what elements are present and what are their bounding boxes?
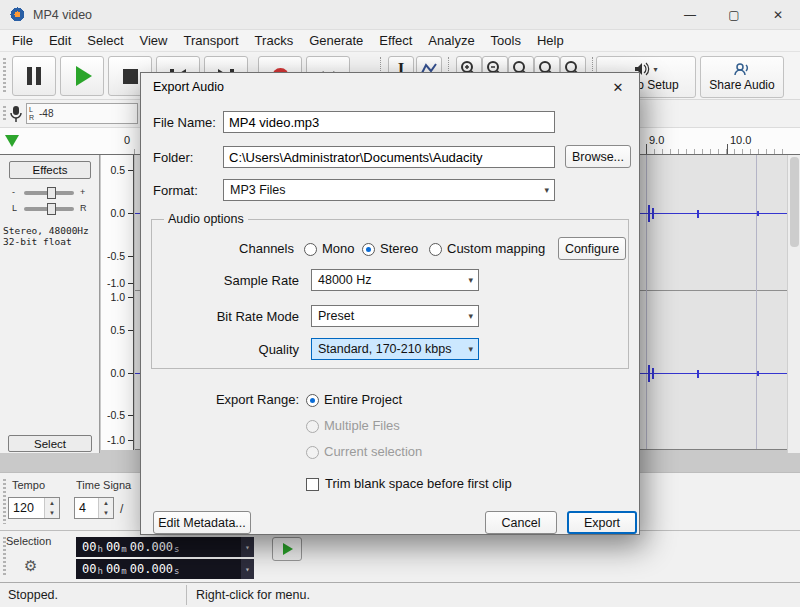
- pan-slider[interactable]: [24, 207, 74, 211]
- menu-file[interactable]: File: [4, 30, 41, 51]
- dropdown-arrow-icon: ▾: [468, 311, 473, 321]
- unit-s: s: [174, 566, 179, 576]
- track-format-info: Stereo, 48000Hz 32-bit float: [3, 225, 89, 247]
- dropdown-arrow-icon: ▾: [468, 344, 473, 354]
- menu-analyze[interactable]: Analyze: [420, 30, 482, 51]
- spin-up-icon[interactable]: ▲: [45, 498, 59, 508]
- gain-slider-thumb[interactable]: [47, 187, 56, 199]
- stop-icon: [123, 69, 138, 84]
- scrollbar-thumb[interactable]: [790, 157, 799, 247]
- time-format-dropdown-icon[interactable]: ▾: [241, 559, 254, 579]
- toolbar-grip[interactable]: [3, 106, 6, 121]
- menu-transport[interactable]: Transport: [175, 30, 246, 51]
- quality-select[interactable]: Standard, 170-210 kbps ▾: [311, 338, 479, 360]
- radio-entire-project-label[interactable]: Entire Project: [324, 392, 402, 407]
- folder-input[interactable]: [223, 146, 555, 168]
- menu-tracks[interactable]: Tracks: [247, 30, 302, 51]
- play-button[interactable]: [60, 56, 104, 96]
- time-signature-spinner[interactable]: 4 ▲▼: [74, 497, 114, 519]
- scale-label: 0.0: [101, 367, 125, 379]
- tempo-label: Tempo: [12, 479, 45, 491]
- pause-button[interactable]: [12, 56, 56, 96]
- quality-value: Standard, 170-210 kbps: [318, 342, 451, 356]
- browse-button[interactable]: Browse...: [565, 145, 631, 168]
- pan-slider-thumb[interactable]: [47, 203, 56, 215]
- menu-generate[interactable]: Generate: [301, 30, 371, 51]
- selection-start-time[interactable]: 00 h 00 m 00.000 s ▾: [76, 537, 254, 557]
- trim-checkbox-label[interactable]: Trim blank space before first clip: [325, 476, 512, 491]
- title-bar: MP4 video — ▢ ✕: [0, 0, 800, 30]
- spin-down-icon[interactable]: ▼: [99, 508, 113, 518]
- sample-rate-select[interactable]: 48000 Hz ▾: [311, 269, 479, 291]
- menu-effect[interactable]: Effect: [371, 30, 420, 51]
- spin-down-icon[interactable]: ▼: [45, 508, 59, 518]
- timeline-major-tick: [727, 144, 728, 154]
- share-audio-button[interactable]: Share Audio: [700, 56, 784, 98]
- time-format-dropdown-icon[interactable]: ▾: [241, 537, 254, 557]
- chevron-down-icon: ▾: [653, 65, 657, 74]
- toolbar-grip[interactable]: [3, 58, 6, 93]
- tempo-spinner[interactable]: 120 ▲▼: [8, 497, 60, 519]
- scale-label: 1.0: [101, 291, 125, 303]
- radio-entire-project[interactable]: [306, 394, 319, 407]
- pan-right-label: R: [80, 203, 87, 213]
- minimize-button[interactable]: —: [668, 0, 712, 29]
- select-button[interactable]: Select: [8, 435, 92, 452]
- effects-button[interactable]: Effects: [9, 161, 91, 179]
- pan-left-label: L: [12, 203, 17, 213]
- radio-custom-mapping[interactable]: [429, 243, 442, 256]
- vertical-scale-ruler[interactable]: 0.5 0.0 -0.5 -1.0 1.0 0.5 0.0 -0.5 -1.0: [101, 155, 134, 450]
- file-name-input[interactable]: [223, 111, 555, 133]
- time-seconds: 00.000: [130, 562, 173, 576]
- playhead-pin-icon[interactable]: [5, 135, 19, 147]
- recording-meter[interactable]: L R -48: [26, 103, 138, 124]
- menu-tools[interactable]: Tools: [483, 30, 529, 51]
- selection-end-time[interactable]: 00 h 00 m 00.000 s ▾: [76, 559, 254, 579]
- status-message: Stopped.: [8, 588, 58, 602]
- bit-rate-mode-value: Preset: [318, 309, 354, 323]
- cancel-button[interactable]: Cancel: [485, 511, 557, 534]
- dialog-close-button[interactable]: ✕: [597, 73, 639, 101]
- menu-help[interactable]: Help: [529, 30, 572, 51]
- scale-label: 0.0: [101, 207, 125, 219]
- radio-mono[interactable]: [304, 243, 317, 256]
- scale-label: -1.0: [101, 434, 125, 446]
- radio-mono-label[interactable]: Mono: [322, 241, 355, 256]
- audio-options-legend: Audio options: [164, 212, 248, 226]
- unit-m: m: [121, 544, 126, 554]
- toolbar-grip[interactable]: [3, 479, 6, 524]
- close-icon: ✕: [613, 80, 624, 95]
- format-value: MP3 Files: [230, 183, 286, 197]
- configure-button[interactable]: Configure: [558, 237, 626, 260]
- spin-up-icon[interactable]: ▲: [99, 498, 113, 508]
- bit-rate-mode-label: Bit Rate Mode: [161, 309, 299, 324]
- close-button[interactable]: ✕: [756, 0, 800, 29]
- maximize-button[interactable]: ▢: [712, 0, 756, 29]
- menu-view[interactable]: View: [132, 30, 176, 51]
- scale-label: -0.5: [101, 409, 125, 421]
- trim-checkbox[interactable]: [306, 478, 319, 491]
- play-at-speed-button[interactable]: [272, 537, 302, 561]
- scale-label: -1.0: [101, 277, 125, 289]
- format-select[interactable]: MP3 Files ▾: [223, 179, 555, 201]
- radio-custom-mapping-label[interactable]: Custom mapping: [447, 241, 545, 256]
- settings-gear-icon[interactable]: ⚙: [24, 557, 37, 575]
- menu-edit[interactable]: Edit: [41, 30, 79, 51]
- timeline-label-9: 9.0: [649, 134, 664, 146]
- dialog-title-bar[interactable]: Export Audio: [141, 73, 639, 101]
- timeline-major-tick: [646, 144, 647, 154]
- radio-stereo[interactable]: [362, 243, 375, 256]
- gain-slider[interactable]: [24, 191, 74, 195]
- status-hint: Right-click for menu.: [196, 588, 310, 602]
- radio-stereo-label[interactable]: Stereo: [380, 241, 418, 256]
- export-range-label: Export Range:: [161, 392, 299, 407]
- maximize-icon: ▢: [728, 8, 739, 22]
- menu-select[interactable]: Select: [79, 30, 131, 51]
- timeline-label-10: 10.0: [730, 134, 751, 146]
- pause-icon: [27, 67, 32, 85]
- window-controls: — ▢ ✕: [668, 0, 800, 29]
- bit-rate-mode-select[interactable]: Preset ▾: [311, 305, 479, 327]
- vertical-scrollbar[interactable]: [787, 155, 800, 453]
- edit-metadata-button[interactable]: Edit Metadata...: [153, 511, 251, 534]
- export-button[interactable]: Export: [567, 511, 637, 534]
